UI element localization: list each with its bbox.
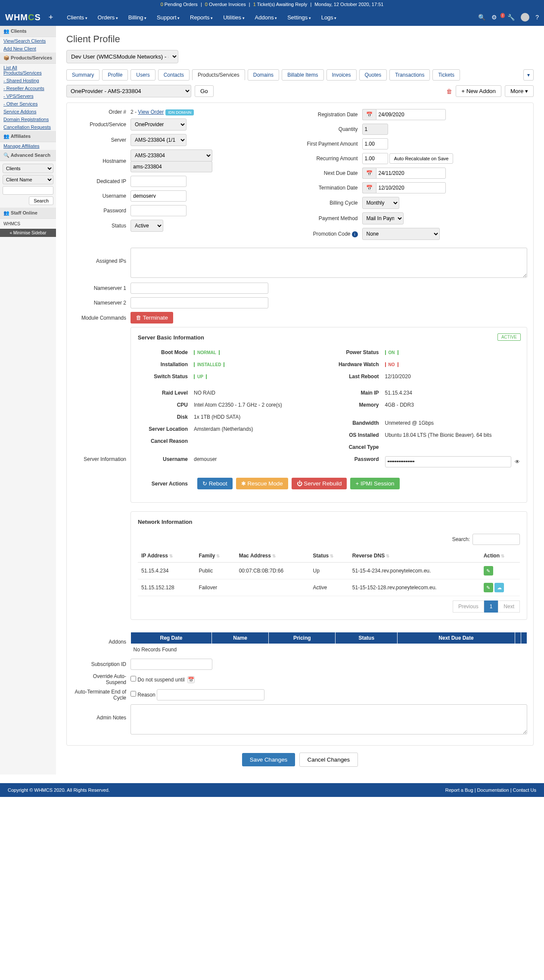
- edit-icon[interactable]: ✎: [484, 583, 493, 592]
- calendar-icon[interactable]: 📅: [187, 676, 195, 683]
- username-input[interactable]: [131, 190, 187, 202]
- dedip-input[interactable]: [131, 176, 187, 187]
- hostname-select[interactable]: AMS-233804: [131, 149, 212, 162]
- plus-icon[interactable]: +: [49, 13, 53, 22]
- network-search-input[interactable]: [473, 534, 520, 545]
- sidebar-view-clients[interactable]: View/Search Clients: [0, 37, 56, 45]
- password-input[interactable]: [131, 205, 187, 216]
- qty-input[interactable]: [362, 124, 388, 135]
- nav-logs[interactable]: Logs: [316, 10, 342, 25]
- override-checkbox[interactable]: [131, 676, 136, 681]
- delete-icon[interactable]: 🗑: [446, 88, 452, 95]
- product-select[interactable]: OneProvider: [131, 118, 187, 131]
- ns2-input[interactable]: [131, 297, 268, 308]
- tab-transactions[interactable]: Transactions: [389, 69, 430, 81]
- client-selector[interactable]: Dev User (WMCSModule Networks) - #1: [66, 50, 178, 63]
- paymethod-select[interactable]: Mail In Payment: [362, 212, 404, 224]
- nav-orders[interactable]: Orders: [93, 10, 123, 25]
- cancel-button[interactable]: Cancel Changes: [299, 753, 358, 767]
- termdate-input[interactable]: [376, 182, 446, 193]
- rebuild-button[interactable]: ⏻ Server Rebuild: [292, 478, 347, 489]
- nav-settings[interactable]: Settings: [282, 10, 316, 25]
- nav-clients[interactable]: Clients: [62, 10, 92, 25]
- tab-contacts[interactable]: Contacts: [158, 69, 190, 81]
- col-rdns[interactable]: Reverse DNS: [349, 549, 480, 563]
- tab-more-caret[interactable]: ▾: [523, 69, 534, 81]
- ipmi-button[interactable]: + IPMI Session: [350, 478, 399, 489]
- tab-users[interactable]: Users: [131, 69, 155, 81]
- footer-report-bug[interactable]: Report a Bug: [445, 787, 473, 793]
- sidebar-add-client[interactable]: Add New Client: [0, 45, 56, 53]
- sidebar-vps[interactable]: - VPS/Servers: [0, 92, 56, 100]
- server-password-input[interactable]: [385, 456, 512, 467]
- tab-profile[interactable]: Profile: [102, 69, 128, 81]
- adv-search-field[interactable]: Client Name: [3, 175, 53, 184]
- assigned-ips-textarea[interactable]: [131, 248, 527, 278]
- more-button[interactable]: More ▾: [505, 85, 534, 97]
- cycle-select[interactable]: Monthly: [362, 197, 399, 209]
- tab-billable[interactable]: Billable Items: [282, 69, 323, 81]
- search-icon[interactable]: 🔍: [478, 14, 485, 21]
- recalc-button[interactable]: Auto Recalculate on Save: [389, 153, 454, 164]
- info-icon[interactable]: i: [352, 231, 358, 237]
- save-button[interactable]: Save Changes: [242, 753, 295, 766]
- reason-input[interactable]: [157, 689, 264, 700]
- admin-notes-textarea[interactable]: [131, 704, 527, 734]
- adv-search-button[interactable]: Search: [29, 196, 53, 205]
- tab-tickets[interactable]: Tickets: [432, 69, 460, 81]
- tab-quotes[interactable]: Quotes: [359, 69, 387, 81]
- tab-domains[interactable]: Domains: [248, 69, 279, 81]
- rescue-button[interactable]: ✱ Rescue Mode: [236, 478, 288, 489]
- ns1-input[interactable]: [131, 283, 268, 294]
- col-ip[interactable]: IP Address: [138, 549, 195, 563]
- page-prev[interactable]: Previous: [453, 600, 484, 613]
- sidebar-other[interactable]: - Other Services: [0, 100, 56, 108]
- col-mac[interactable]: Mac Address: [236, 549, 310, 563]
- footer-docs[interactable]: Documentation: [477, 787, 509, 793]
- footer-contact[interactable]: Contact Us: [513, 787, 536, 793]
- service-selector[interactable]: OneProvider - AMS-233804: [66, 85, 191, 97]
- edit-icon[interactable]: ✎: [484, 566, 493, 576]
- page-1[interactable]: 1: [484, 600, 498, 613]
- sidebar-shared-hosting[interactable]: - Shared Hosting: [0, 77, 56, 84]
- tab-invoices[interactable]: Invoices: [326, 69, 357, 81]
- minimize-sidebar[interactable]: « Minimise Sidebar: [0, 229, 56, 237]
- col-status[interactable]: Status: [309, 549, 348, 563]
- sidebar-domains[interactable]: Domain Registrations: [0, 115, 56, 123]
- recurring-input[interactable]: [362, 153, 388, 164]
- nav-billing[interactable]: Billing: [123, 10, 152, 25]
- first-payment-input[interactable]: [362, 138, 388, 149]
- go-button[interactable]: Go: [195, 85, 214, 97]
- sidebar-manage-affiliates[interactable]: Manage Affiliates: [0, 142, 56, 150]
- status-select[interactable]: Active: [131, 220, 163, 232]
- subscription-input[interactable]: [131, 659, 212, 670]
- wrench-icon[interactable]: 🔧: [507, 14, 515, 21]
- reboot-button[interactable]: ↻ Reboot: [197, 478, 233, 489]
- sidebar-reseller[interactable]: - Reseller Accounts: [0, 84, 56, 92]
- nav-utilities[interactable]: Utilities: [218, 10, 249, 25]
- sidebar-list-products[interactable]: List All Products/Services: [0, 64, 56, 77]
- col-family[interactable]: Family: [195, 549, 235, 563]
- sidebar-service-addons[interactable]: Service Addons: [0, 108, 56, 115]
- adv-search-input[interactable]: [3, 186, 53, 195]
- duedate-input[interactable]: [376, 168, 446, 179]
- terminate-button[interactable]: 🗑 Terminate: [131, 312, 173, 324]
- settings-icon[interactable]: ⚙!: [491, 14, 502, 21]
- page-next[interactable]: Next: [498, 600, 520, 613]
- promo-select[interactable]: None: [362, 228, 440, 240]
- server-select[interactable]: AMS-233804 (1/1 ...: [131, 134, 187, 146]
- autoterm-checkbox[interactable]: [131, 691, 136, 697]
- nav-reports[interactable]: Reports: [185, 10, 218, 25]
- adv-search-type[interactable]: Clients: [3, 164, 53, 173]
- eye-icon[interactable]: 👁: [515, 459, 520, 465]
- nav-addons[interactable]: Addons: [250, 10, 283, 25]
- sidebar-cancellation[interactable]: Cancellation Requests: [0, 123, 56, 131]
- user-avatar[interactable]: [521, 13, 529, 22]
- nav-support[interactable]: Support: [152, 10, 185, 25]
- tab-summary[interactable]: Summary: [66, 69, 99, 81]
- hostname-input[interactable]: [131, 161, 212, 172]
- new-addon-button[interactable]: + New Addon: [456, 85, 501, 97]
- view-order-link[interactable]: View Order: [138, 109, 164, 115]
- help-icon[interactable]: ?: [535, 14, 539, 21]
- regdate-input[interactable]: [376, 109, 446, 120]
